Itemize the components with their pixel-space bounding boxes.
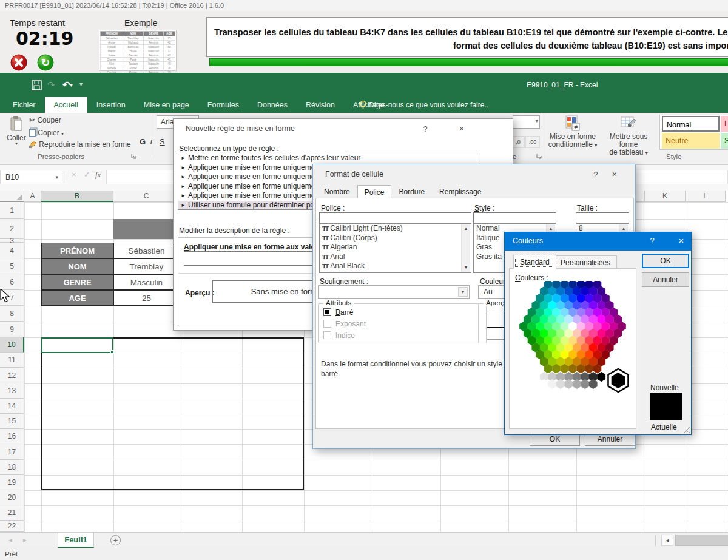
row-header-21[interactable]: 21: [0, 505, 24, 521]
ribbon-tab-formules[interactable]: Formules: [198, 97, 248, 113]
style-normal[interactable]: Normal: [662, 116, 720, 132]
italic-button[interactable]: I: [150, 137, 152, 147]
style-input[interactable]: [473, 212, 556, 223]
font-option[interactable]: TTArial Narrow: [320, 271, 471, 274]
subscript-checkbox[interactable]: [323, 331, 331, 339]
abort-button[interactable]: [10, 54, 27, 71]
format-as-table-button[interactable]: Mettre sous forme de tableau ▾: [599, 115, 658, 155]
superscript-checkbox[interactable]: [323, 320, 331, 328]
select-all-corner[interactable]: [0, 191, 24, 202]
ok-button[interactable]: OK: [642, 254, 689, 268]
row-header-1[interactable]: 1: [0, 202, 24, 219]
underline-button[interactable]: S: [160, 137, 165, 146]
bold-button[interactable]: G: [140, 137, 146, 146]
size-input[interactable]: [576, 212, 629, 223]
restart-button[interactable]: ↻: [37, 54, 54, 71]
row-header-4[interactable]: 4: [0, 243, 24, 258]
color-hex-cell[interactable]: [581, 379, 589, 389]
undo-button[interactable]: ↶▾: [62, 79, 73, 90]
standard-colors-hexagon[interactable]: [511, 281, 635, 427]
row-header-18[interactable]: 18: [0, 460, 24, 475]
paste-button[interactable]: Coller ▾: [5, 116, 28, 156]
font-option[interactable]: TTAlgerian: [320, 243, 471, 252]
sheet-nav-left-button[interactable]: ◂: [8, 536, 12, 544]
color-hex-cell[interactable]: [556, 379, 565, 389]
row-header-10[interactable]: 10: [0, 337, 24, 353]
help-button[interactable]: ?: [417, 123, 433, 135]
color-hex-cell[interactable]: [540, 379, 548, 389]
help-button[interactable]: ?: [644, 236, 660, 245]
column-header-A[interactable]: A: [24, 191, 41, 202]
name-box[interactable]: B10 ▾: [0, 170, 62, 184]
decrease-decimal-button[interactable]: ,00: [525, 136, 540, 148]
number-launcher-button[interactable]: [536, 153, 542, 159]
column-header-K[interactable]: K: [645, 191, 686, 202]
save-button[interactable]: [32, 80, 42, 92]
ribbon-tab-données[interactable]: Données: [248, 97, 297, 113]
color-hex-cell[interactable]: [589, 379, 598, 389]
selected-color-hex[interactable]: [612, 373, 625, 388]
row-header-5[interactable]: 5: [0, 258, 24, 274]
tab-custom[interactable]: Personnalisées: [554, 255, 617, 269]
close-button[interactable]: ×: [673, 235, 689, 246]
underline-style-combo[interactable]: ▾: [318, 285, 470, 299]
ribbon-tab-accueil[interactable]: Accueil: [45, 97, 87, 113]
sheet-nav-right-button[interactable]: ▸: [23, 536, 27, 544]
increase-decimal-button[interactable]: ,0: [511, 136, 525, 148]
conditional-formatting-button[interactable]: ≠ Mise en forme conditionnelle ▾: [545, 115, 601, 155]
ribbon-tab-révision[interactable]: Révision: [297, 97, 344, 113]
new-sheet-button[interactable]: +: [110, 535, 121, 545]
format-tab-remplissage[interactable]: Remplissage: [432, 184, 488, 198]
format-tab-police[interactable]: Police: [357, 185, 392, 199]
font-option[interactable]: TTCalibri (Corps): [320, 234, 471, 243]
column-header-B[interactable]: B: [41, 191, 113, 202]
row-header-6[interactable]: 6: [0, 274, 24, 290]
style-satisfaisant-partial[interactable]: S: [721, 133, 728, 149]
number-format-combo[interactable]: ▾: [513, 115, 540, 129]
row-header-15[interactable]: 15: [0, 414, 24, 429]
redo-button[interactable]: ↷: [47, 79, 55, 90]
row-header-8[interactable]: 8: [0, 306, 24, 322]
row-header-17[interactable]: 17: [0, 444, 24, 460]
font-input[interactable]: [319, 212, 471, 223]
scroll-down-icon[interactable]: ▾: [462, 263, 470, 272]
row-header-14[interactable]: 14: [0, 399, 24, 414]
close-button[interactable]: ×: [454, 123, 470, 135]
row-header-11[interactable]: 11: [0, 353, 24, 368]
format-painter-button[interactable]: Reproduire la mise en forme: [29, 140, 131, 149]
hscroll-thumb[interactable]: [675, 535, 728, 546]
color-hex-cell[interactable]: [573, 379, 581, 389]
format-tab-nombre[interactable]: Nombre: [317, 184, 357, 198]
cancel-entry-button[interactable]: ×: [72, 170, 76, 179]
scroll-up-icon[interactable]: ▴: [462, 224, 470, 233]
row-header-16[interactable]: 16: [0, 429, 24, 444]
strikethrough-checkbox[interactable]: [323, 308, 331, 316]
ribbon-tab-insertion[interactable]: Insertion: [87, 97, 135, 113]
row-header-9[interactable]: 9: [0, 322, 24, 337]
ribbon-tab-fichier[interactable]: Fichier: [4, 97, 45, 113]
font-option[interactable]: TTCalibri Light (En-têtes): [320, 224, 471, 234]
copy-button[interactable]: Copier ▾: [29, 128, 64, 137]
clipboard-launcher-button[interactable]: [131, 153, 137, 159]
format-tab-bordure[interactable]: Bordure: [391, 184, 432, 198]
style-neutre[interactable]: Neutre: [662, 133, 720, 149]
insert-function-button[interactable]: fx: [95, 170, 101, 180]
column-header-L[interactable]: L: [686, 191, 726, 202]
hscroll-left-button[interactable]: ◂: [661, 535, 673, 546]
row-header-20[interactable]: 20: [0, 490, 24, 505]
rule-type-option[interactable]: ►Mettre en forme toutes les cellules d'a…: [178, 153, 480, 163]
fill-handle[interactable]: [110, 350, 114, 354]
color-hex-cell[interactable]: [548, 379, 556, 389]
row-header-12[interactable]: 12: [0, 368, 24, 383]
confirm-entry-button[interactable]: ✓: [84, 170, 90, 179]
color-hex-cell[interactable]: [564, 379, 573, 389]
cancel-button[interactable]: Annuler: [642, 272, 689, 287]
row-header-22[interactable]: 22: [0, 521, 24, 532]
tellme-box[interactable]: Dites-nous ce que vous voulez faire..: [359, 97, 488, 113]
qat-customize-button[interactable]: ▾: [79, 81, 83, 87]
ribbon-tab-mise-en-page[interactable]: Mise en page: [135, 97, 198, 113]
close-button[interactable]: ×: [607, 168, 622, 180]
scrollbar[interactable]: ▴▾: [461, 224, 470, 272]
column-header-C[interactable]: C: [113, 191, 180, 202]
sheet-tab-feuil1[interactable]: Feuil1: [58, 533, 94, 548]
